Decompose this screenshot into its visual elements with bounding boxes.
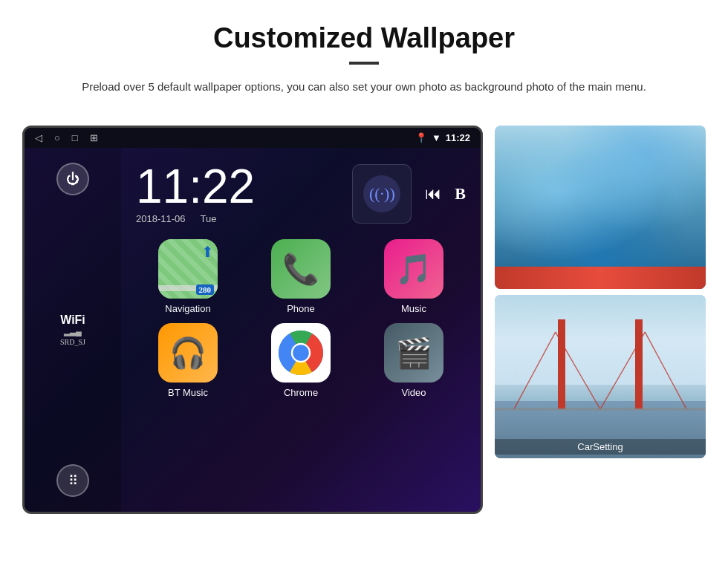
wallpaper-column: CarSetting: [495, 126, 706, 458]
video-icon: 🎬: [395, 336, 432, 371]
status-left: ◁ ○ □ ⊞: [35, 132, 98, 143]
media-icon-box[interactable]: ((·)): [352, 164, 412, 224]
music-app-icon[interactable]: 🎵: [384, 239, 443, 299]
home-icon[interactable]: ○: [54, 132, 60, 143]
grid-icon: ⠿: [68, 472, 78, 489]
bt-music-label: BT Music: [168, 387, 208, 398]
svg-line-4: [556, 332, 600, 409]
svg-line-6: [514, 332, 556, 409]
list-item[interactable]: Chrome: [249, 323, 353, 398]
device-mockup: ◁ ○ □ ⊞ 📍 ▼ 11:22 ⏻ WiFi ▂▃▄ SRD: [22, 126, 483, 514]
carsetting-label: CarSetting: [495, 439, 706, 455]
apps-grid-button[interactable]: ⠿: [56, 464, 89, 497]
recents-icon[interactable]: □: [72, 132, 78, 143]
phone-icon: 📞: [282, 252, 319, 287]
power-icon: ⏻: [66, 172, 79, 187]
status-bar: ◁ ○ □ ⊞ 📍 ▼ 11:22: [25, 128, 481, 148]
phone-app-icon[interactable]: 📞: [271, 239, 331, 299]
power-button[interactable]: ⏻: [56, 163, 89, 195]
clock-date: 2018-11-06 Tue: [136, 213, 337, 224]
chrome-app-icon[interactable]: [271, 323, 331, 383]
title-divider: [349, 62, 379, 65]
svg-line-5: [600, 332, 645, 409]
clock-time: 11:22: [136, 163, 337, 210]
clock-area: 11:22 2018-11-06 Tue ((·)) ⏮: [121, 148, 481, 232]
device-main: 11:22 2018-11-06 Tue ((·)) ⏮: [121, 148, 481, 512]
signal-icon: ▼: [432, 132, 441, 143]
bluetooth-icon: 🎧: [169, 336, 207, 371]
list-item[interactable]: 🎧 BT Music: [136, 323, 240, 398]
red-bar-accent: [495, 267, 706, 289]
left-sidebar: ⏻ WiFi ▂▃▄ SRD_SJ ⠿: [25, 148, 121, 512]
page-title: Customized Wallpaper: [45, 22, 683, 54]
device-body: ⏻ WiFi ▂▃▄ SRD_SJ ⠿ 11:22: [25, 148, 481, 512]
shield-badge: 280: [196, 284, 215, 295]
ice-cave-wallpaper: [495, 126, 706, 289]
screenshot-icon[interactable]: ⊞: [90, 132, 98, 143]
bridge-cables: [495, 295, 706, 458]
wifi-label: WiFi: [60, 313, 85, 327]
list-item[interactable]: 🎬 Video: [362, 323, 466, 398]
list-item[interactable]: 📞 Phone: [249, 239, 353, 314]
clock-info: 11:22 2018-11-06 Tue: [136, 163, 337, 224]
direction-arrow: ⬆: [201, 243, 214, 261]
wifi-signal-icon: ((·)): [369, 184, 395, 204]
bridge-scene: [495, 295, 706, 458]
skip-back-button[interactable]: ⏮: [425, 184, 441, 204]
chrome-icon: [279, 331, 323, 375]
day-display: Tue: [201, 213, 217, 224]
wifi-info: WiFi ▂▃▄ SRD_SJ: [60, 313, 85, 346]
wallpaper-thumb-ice[interactable]: [495, 126, 706, 289]
page-header: Customized Wallpaper Preload over 5 defa…: [0, 0, 728, 111]
wallpaper-thumb-bridge[interactable]: CarSetting: [495, 295, 706, 458]
wifi-signal: ▂▃▄: [60, 327, 85, 336]
date-display: 2018-11-06: [136, 213, 186, 224]
list-item[interactable]: 🎵 Music: [362, 239, 466, 314]
navigation-app-icon[interactable]: 280 ⬆: [158, 239, 218, 299]
wifi-network: SRD_SJ: [60, 338, 85, 346]
svg-point-3: [293, 345, 309, 361]
app-grid: 280 ⬆ Navigation 📞 Phone: [121, 232, 481, 413]
svg-line-7: [645, 332, 686, 409]
main-content: ◁ ○ □ ⊞ 📍 ▼ 11:22 ⏻ WiFi ▂▃▄ SRD: [0, 111, 728, 529]
page-subtitle: Preload over 5 default wallpaper options…: [74, 78, 654, 96]
bluetooth-label: B: [455, 184, 466, 204]
back-icon[interactable]: ◁: [35, 132, 42, 143]
phone-label: Phone: [287, 303, 315, 314]
bluetooth-media-icon: ((·)): [363, 175, 400, 212]
video-app-icon[interactable]: 🎬: [384, 323, 443, 383]
video-label: Video: [401, 387, 426, 398]
music-label: Music: [401, 303, 426, 314]
ice-pattern: [495, 126, 706, 289]
status-time: 11:22: [446, 132, 470, 143]
status-right: 📍 ▼ 11:22: [415, 132, 470, 143]
bridge-wallpaper: CarSetting: [495, 295, 706, 458]
navigation-label: Navigation: [165, 303, 210, 314]
location-icon: 📍: [415, 132, 427, 143]
media-controls: ((·)) ⏮ B: [352, 164, 466, 224]
chrome-label: Chrome: [284, 387, 318, 398]
music-icon: 🎵: [395, 252, 432, 287]
bt-music-app-icon[interactable]: 🎧: [158, 323, 218, 383]
list-item[interactable]: 280 ⬆ Navigation: [136, 239, 240, 314]
